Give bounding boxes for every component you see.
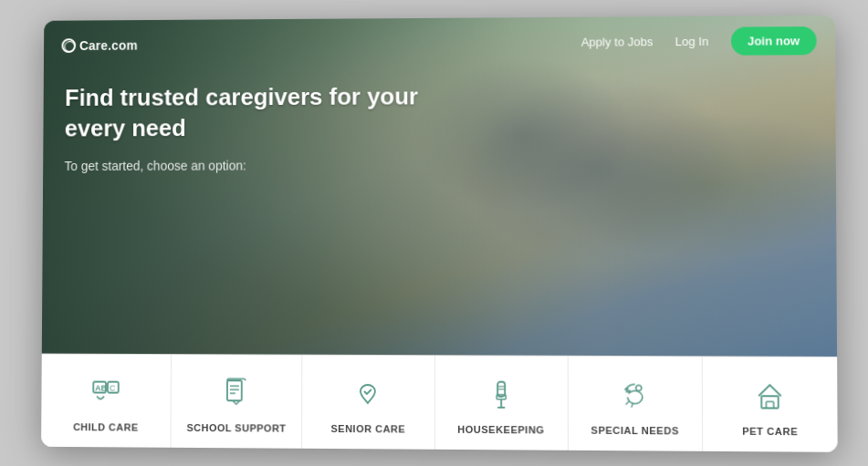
- hero-content: Find trusted caregivers for your every n…: [64, 81, 434, 172]
- app-window: Care.com Apply to Jobs Log In Join now F…: [41, 16, 838, 452]
- nav-links: Apply to Jobs Log In Join now: [580, 26, 816, 57]
- special-needs-label: SPECIAL NEEDS: [591, 425, 678, 437]
- hero-section: Care.com Apply to Jobs Log In Join now F…: [41, 16, 836, 357]
- pet-care-label: PET CARE: [742, 426, 798, 438]
- apply-jobs-link[interactable]: Apply to Jobs: [580, 35, 653, 48]
- care-options-strip: AB C CHILD CARE SCHOOL SUP: [41, 354, 838, 452]
- join-now-button[interactable]: Join now: [730, 26, 816, 56]
- svg-text:AB: AB: [95, 384, 107, 393]
- hero-title: Find trusted caregivers for your every n…: [64, 81, 434, 143]
- housekeeping-label: HOUSEKEEPING: [457, 424, 544, 436]
- housekeeping-icon: [480, 375, 520, 416]
- hero-subtitle: To get started, choose an option:: [64, 158, 434, 173]
- school-support-label: SCHOOL SUPPORT: [186, 422, 286, 434]
- school-support-icon: [216, 373, 256, 413]
- logo-icon: [61, 38, 76, 53]
- care-option-pet-care[interactable]: PET CARE: [702, 357, 837, 451]
- child-care-label: CHILD CARE: [73, 421, 139, 432]
- svg-rect-16: [766, 401, 773, 408]
- logo: Care.com: [61, 37, 137, 52]
- care-option-special-needs[interactable]: SPECIAL NEEDS: [568, 357, 703, 451]
- svg-point-14: [635, 385, 641, 390]
- senior-care-label: SENIOR CARE: [330, 423, 405, 435]
- pet-care-icon: [748, 376, 790, 417]
- navbar: Care.com Apply to Jobs Log In Join now: [43, 16, 834, 70]
- care-option-child-care[interactable]: AB C CHILD CARE: [41, 355, 172, 448]
- care-option-housekeeping[interactable]: HOUSEKEEPING: [434, 356, 568, 450]
- log-in-link[interactable]: Log In: [675, 35, 708, 48]
- svg-text:C: C: [109, 384, 115, 393]
- logo-text: Care.com: [78, 37, 137, 52]
- senior-care-icon: [348, 374, 388, 414]
- special-needs-icon: [614, 375, 655, 416]
- svg-rect-4: [227, 380, 242, 400]
- care-option-school-support[interactable]: SCHOOL SUPPORT: [171, 355, 302, 449]
- care-option-senior-care[interactable]: SENIOR CARE: [302, 356, 434, 450]
- child-care-icon: AB C: [86, 373, 125, 413]
